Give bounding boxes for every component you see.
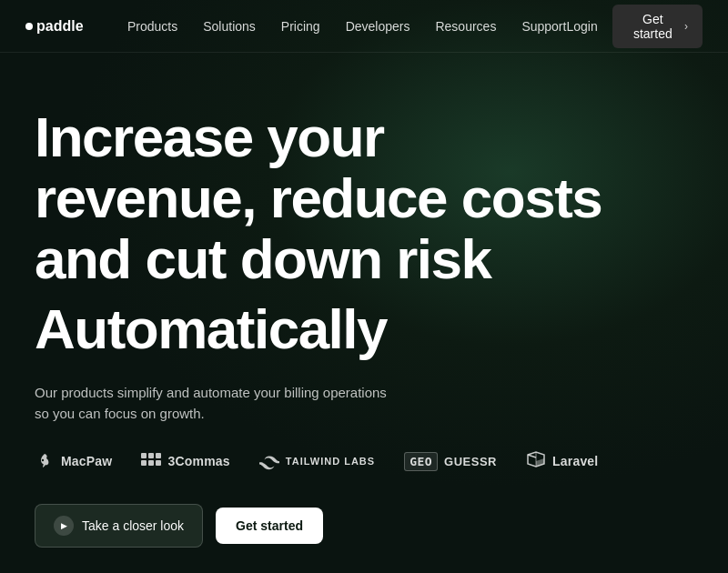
login-button[interactable]: Login bbox=[566, 19, 597, 34]
hero-subheadline: Automatically bbox=[35, 299, 693, 360]
geoguessr-label: GEO bbox=[404, 452, 438, 471]
arrow-icon: › bbox=[684, 20, 688, 33]
tailwind-logo: tailwind labs bbox=[259, 451, 375, 471]
svg-point-0 bbox=[25, 23, 33, 30]
nav-products[interactable]: Products bbox=[127, 19, 177, 34]
laravel-label: Laravel bbox=[552, 454, 598, 468]
svg-rect-7 bbox=[148, 460, 154, 466]
svg-rect-8 bbox=[156, 460, 161, 466]
threecommas-label: 3Commas bbox=[167, 454, 229, 468]
macpaw-logo: MacPaw bbox=[35, 451, 112, 471]
macpaw-label: MacPaw bbox=[61, 454, 112, 468]
nav-links: Products Solutions Pricing Developers Re… bbox=[127, 19, 566, 34]
threecommas-logo: 3Commas bbox=[141, 451, 229, 471]
cta-row: ▶ Take a closer look Get started bbox=[35, 504, 693, 548]
threecommas-icon bbox=[141, 451, 161, 471]
svg-rect-5 bbox=[156, 453, 161, 458]
nav-resources[interactable]: Resources bbox=[435, 19, 496, 34]
navbar: paddle Products Solutions Pricing Develo… bbox=[0, 0, 728, 53]
tailwind-icon bbox=[259, 451, 279, 471]
logo[interactable]: paddle bbox=[25, 16, 98, 36]
play-icon: ▶ bbox=[54, 516, 74, 536]
nav-support[interactable]: Support bbox=[521, 19, 566, 34]
tailwind-label: tailwind labs bbox=[286, 456, 375, 467]
nav-solutions[interactable]: Solutions bbox=[203, 19, 256, 34]
nav-developers[interactable]: Developers bbox=[346, 19, 410, 34]
hero-description: Our products simplify and automate your … bbox=[35, 382, 399, 425]
macpaw-icon bbox=[35, 451, 55, 471]
laravel-logo: Laravel bbox=[526, 451, 598, 471]
laravel-icon bbox=[526, 451, 546, 471]
take-closer-look-button[interactable]: ▶ Take a closer look bbox=[35, 504, 203, 548]
geoguessr-logo: GEO GUESSR bbox=[404, 452, 497, 471]
hero-headline: Increase your revenue, reduce costs and … bbox=[35, 107, 617, 290]
svg-point-2 bbox=[42, 459, 44, 461]
svg-text:paddle: paddle bbox=[36, 18, 84, 34]
get-started-hero-button[interactable]: Get started bbox=[216, 508, 323, 544]
get-started-nav-button[interactable]: Get started › bbox=[612, 5, 703, 48]
svg-rect-4 bbox=[148, 453, 154, 458]
svg-rect-3 bbox=[141, 453, 147, 458]
geoguessr-label2: GUESSR bbox=[444, 455, 497, 468]
hero-section: Increase your revenue, reduce costs and … bbox=[0, 53, 728, 548]
nav-actions: Login Get started › bbox=[566, 5, 703, 48]
svg-line-11 bbox=[528, 455, 536, 457]
nav-pricing[interactable]: Pricing bbox=[281, 19, 320, 34]
partner-logos: MacPaw 3Commas bbox=[35, 451, 693, 471]
svg-rect-6 bbox=[141, 460, 147, 466]
